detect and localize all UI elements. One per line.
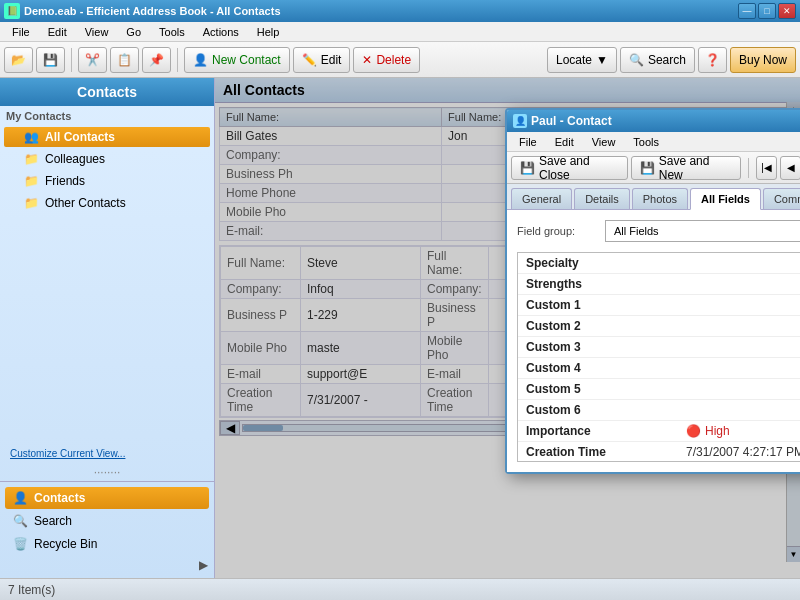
nav-prev-button[interactable]: ◀ — [780, 156, 800, 180]
menu-file[interactable]: File — [4, 24, 38, 40]
close-button[interactable]: ✕ — [778, 3, 796, 19]
menu-help[interactable]: Help — [249, 24, 288, 40]
new-contact-label: New Contact — [212, 53, 281, 67]
contact-modal: 👤 Paul - Contact — □ ✕ File Edit View To… — [505, 108, 800, 474]
toolbar-sep1 — [71, 48, 72, 72]
field-name-custom3: Custom 3 — [526, 340, 686, 354]
sidebar-item-colleagues[interactable]: 📁 Colleagues — [4, 149, 210, 169]
list-item[interactable]: Custom 4 — [518, 358, 800, 379]
nav-first-button[interactable]: |◀ — [756, 156, 777, 180]
sidebar-bottom-contacts[interactable]: 👤 Contacts — [5, 487, 209, 509]
field-name-custom5: Custom 5 — [526, 382, 686, 396]
edit-label: Edit — [321, 53, 342, 67]
high-indicator-icon: 🔴 — [686, 424, 701, 438]
tab-details[interactable]: Details — [574, 188, 630, 209]
menu-actions[interactable]: Actions — [195, 24, 247, 40]
save-new-label: Save and New — [659, 154, 732, 182]
modal-toolbar-sep — [748, 158, 749, 178]
list-item[interactable]: Strengths — [518, 274, 800, 295]
paste-button[interactable]: 📌 — [142, 47, 171, 73]
list-item[interactable]: Importance 🔴 High — [518, 421, 800, 442]
sidebar-item-all-contacts[interactable]: 👥 All Contacts — [4, 127, 210, 147]
all-contacts-icon: 👥 — [24, 130, 39, 144]
modal-title-icon: 👤 — [513, 114, 527, 128]
sidebar-bottom-search[interactable]: 🔍 Search — [5, 510, 209, 532]
save-and-new-button[interactable]: 💾 Save and New — [631, 156, 741, 180]
field-name-custom4: Custom 4 — [526, 361, 686, 375]
menu-go[interactable]: Go — [118, 24, 149, 40]
field-name-strengths: Strengths — [526, 277, 686, 291]
locate-label: Locate — [556, 53, 592, 67]
specialty-label: Specialty — [526, 256, 579, 270]
custom1-label: Custom 1 — [526, 298, 581, 312]
maximize-button[interactable]: □ — [758, 3, 776, 19]
sidebar-item-friends[interactable]: 📁 Friends — [4, 171, 210, 191]
expand-icon[interactable]: ▶ — [199, 558, 208, 572]
field-list: Specialty Strengths Custom 1 Custom — [517, 252, 800, 462]
customize-view-link[interactable]: Customize Current View... — [0, 444, 214, 463]
open-button[interactable]: 📂 — [4, 47, 33, 73]
menu-edit[interactable]: Edit — [40, 24, 75, 40]
sidebar-item-other-contacts[interactable]: 📁 Other Contacts — [4, 193, 210, 213]
locate-button[interactable]: Locate ▼ — [547, 47, 617, 73]
delete-button[interactable]: ✕ Delete — [353, 47, 420, 73]
list-item[interactable]: Custom 3 — [518, 337, 800, 358]
list-item[interactable]: Custom 1 — [518, 295, 800, 316]
status-text: 7 Item(s) — [8, 583, 55, 597]
field-group-select[interactable]: All Fields — [605, 220, 800, 242]
tab-comment[interactable]: Comment — [763, 188, 800, 209]
field-group-row: Field group: All Fields — [517, 220, 800, 242]
modal-menu-view[interactable]: View — [584, 134, 624, 150]
field-name-custom2: Custom 2 — [526, 319, 686, 333]
edit-icon: ✏️ — [302, 53, 317, 67]
title-bar-buttons: — □ ✕ — [738, 3, 796, 19]
delete-label: Delete — [376, 53, 411, 67]
list-item[interactable]: Creation Time 7/31/2007 4:27:17 PM — [518, 442, 800, 462]
help-button[interactable]: ❓ — [698, 47, 727, 73]
search-nav-icon: 🔍 — [13, 514, 28, 528]
minimize-button[interactable]: — — [738, 3, 756, 19]
sidebar-bottom-recycle[interactable]: 🗑️ Recycle Bin — [5, 533, 209, 555]
save-and-close-button[interactable]: 💾 Save and Close — [511, 156, 628, 180]
edit-button[interactable]: ✏️ Edit — [293, 47, 351, 73]
field-name-creation-time: Creation Time — [526, 445, 686, 459]
menu-tools[interactable]: Tools — [151, 24, 193, 40]
tab-general[interactable]: General — [511, 188, 572, 209]
modal-menu-tools[interactable]: Tools — [625, 134, 667, 150]
recycle-nav-icon: 🗑️ — [13, 537, 28, 551]
field-group-label: Field group: — [517, 225, 597, 237]
custom2-label: Custom 2 — [526, 319, 581, 333]
high-value-text: High — [705, 424, 730, 438]
modal-content: Field group: All Fields Specialty Streng… — [507, 210, 800, 472]
menu-bar: File Edit View Go Tools Actions Help — [0, 22, 800, 42]
custom3-label: Custom 3 — [526, 340, 581, 354]
list-item[interactable]: Custom 6 — [518, 400, 800, 421]
list-item[interactable]: Custom 2 — [518, 316, 800, 337]
field-name-importance: Importance — [526, 424, 686, 438]
modal-overlay: 👤 Paul - Contact — □ ✕ File Edit View To… — [215, 78, 800, 578]
contacts-nav-label: Contacts — [34, 491, 85, 505]
toolbar-sep2 — [177, 48, 178, 72]
tab-photos[interactable]: Photos — [632, 188, 688, 209]
recycle-nav-label: Recycle Bin — [34, 537, 97, 551]
cut-button[interactable]: ✂️ — [78, 47, 107, 73]
modal-menu-file[interactable]: File — [511, 134, 545, 150]
friends-label: Friends — [45, 174, 85, 188]
locate-dropdown-icon: ▼ — [596, 53, 608, 67]
copy-button[interactable]: 📋 — [110, 47, 139, 73]
buy-now-button[interactable]: Buy Now — [730, 47, 796, 73]
search-button[interactable]: 🔍 Search — [620, 47, 695, 73]
colleagues-icon: 📁 — [24, 152, 39, 166]
field-value-importance: 🔴 High — [686, 424, 730, 438]
modal-toolbar: 💾 Save and Close 💾 Save and New |◀ ◀ ▶ ▶… — [507, 152, 800, 184]
modal-menu-edit[interactable]: Edit — [547, 134, 582, 150]
new-contact-button[interactable]: 👤 New Contact — [184, 47, 290, 73]
tab-all-fields[interactable]: All Fields — [690, 188, 761, 210]
list-item[interactable]: Custom 5 — [518, 379, 800, 400]
list-item[interactable]: Specialty — [518, 253, 800, 274]
save-close-icon: 💾 — [520, 161, 535, 175]
save-button[interactable]: 💾 — [36, 47, 65, 73]
custom6-label: Custom 6 — [526, 403, 581, 417]
menu-view[interactable]: View — [77, 24, 117, 40]
search-nav-label: Search — [34, 514, 72, 528]
